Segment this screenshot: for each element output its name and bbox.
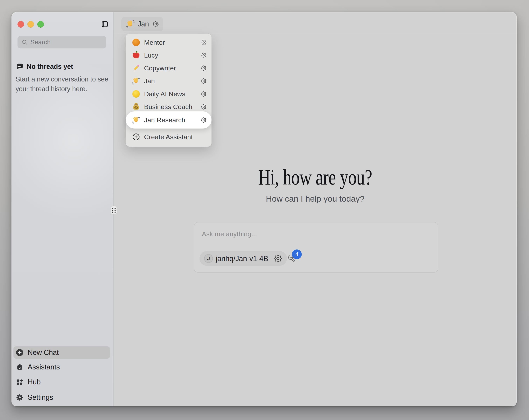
svg-text:$: $ <box>135 106 137 109</box>
